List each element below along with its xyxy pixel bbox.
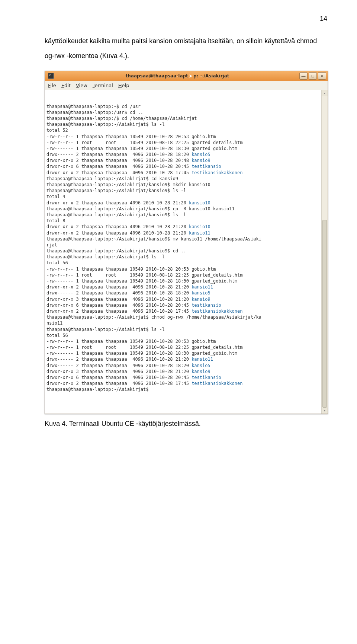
terminal-line: drwxr-xr-x 3 thaapsaa thaapsaa 4096 2010… bbox=[46, 296, 319, 302]
directory-name: kansio10 bbox=[189, 200, 210, 205]
directory-name: testikansiokakkonen bbox=[192, 381, 242, 386]
terminal-line: nsio11 bbox=[46, 320, 319, 326]
directory-name: kansio5 bbox=[192, 363, 210, 368]
terminal-line: -rw------- 1 thaapsaa thaapsaa 10549 201… bbox=[46, 350, 319, 356]
directory-name: kansio9 bbox=[192, 369, 210, 374]
terminal-line: drwxr-xr-x 3 thaapsaa thaapsaa 4096 2010… bbox=[46, 369, 319, 374]
terminal-line: thaapsaa@thaapsaa-laptop:~/Asiakirjat/ka… bbox=[46, 188, 319, 194]
window-app-icon bbox=[46, 73, 55, 79]
directory-name: kansio9 bbox=[192, 297, 210, 302]
directory-name: kansio9 bbox=[192, 158, 210, 163]
terminal-line: drwx------ 2 thaapsaa thaapsaa 4096 2010… bbox=[46, 152, 319, 157]
terminal-line: thaapsaa@thaapsaa-laptop:/usr$ cd .. bbox=[46, 109, 319, 115]
menubar: File Edit View Terminal Help bbox=[45, 81, 328, 90]
terminal-line: drwx------ 2 thaapsaa thaapsaa 4096 2010… bbox=[46, 356, 319, 362]
terminal-line: total 56 bbox=[46, 332, 319, 338]
menu-terminal[interactable]: Terminal bbox=[93, 83, 113, 88]
terminal-line: -rw-r--r-- 1 thaapsaa thaapsaa 10549 201… bbox=[46, 338, 319, 344]
terminal-line: thaapsaa@thaapsaa-laptop:~/Asiakirjat/ka… bbox=[46, 206, 319, 212]
terminal-line: thaapsaa@thaapsaa-laptop:~$ cd /usr bbox=[46, 103, 319, 109]
terminal-line: thaapsaa@thaapsaa-laptop:~/Asiakirjat/ka… bbox=[46, 236, 319, 242]
terminal-line: thaapsaa@thaapsaa-laptop:~/Asiakirjat/ka… bbox=[46, 182, 319, 188]
figure-caption: Kuva 4. Terminaali Ubuntu CE -käyttöjärj… bbox=[45, 420, 327, 428]
scroll-up-arrow[interactable]: ▴ bbox=[322, 90, 328, 96]
terminal-line: drwxr-xr-x 2 thaapsaa thaapsaa 4096 2010… bbox=[46, 284, 319, 290]
terminal-line: thaapsaa@thaapsaa-laptop:~/Asiakirjat$ l… bbox=[46, 326, 319, 332]
terminal-line: drwxr-xr-x 6 thaapsaa thaapsaa 4096 2010… bbox=[46, 163, 319, 169]
terminal-line: drwxr-xr-x 2 thaapsaa thaapsaa 4096 2010… bbox=[46, 230, 319, 236]
directory-name: kansio11 bbox=[192, 357, 213, 362]
terminal-line: -rw-r--r-- 1 thaapsaa thaapsaa 10549 201… bbox=[46, 134, 319, 140]
scroll-thumb[interactable] bbox=[322, 220, 327, 408]
page-number: 14 bbox=[45, 15, 327, 23]
terminal-window: thaapsaa@thaapsaa-lapt➤p: ~/Asiakirjat —… bbox=[45, 71, 328, 414]
terminal-line: drwxr-xr-x 2 thaapsaa thaapsaa 4096 2010… bbox=[46, 308, 319, 314]
directory-name: kansio11 bbox=[189, 230, 210, 236]
terminal-line: -rw-r--r-- 1 thaapsaa thaapsaa 10549 201… bbox=[46, 266, 319, 272]
terminal-line: -rw-r--r-- 1 root root 10549 2010-08-18 … bbox=[46, 344, 319, 350]
terminal-line: drwxr-xr-x 2 thaapsaa thaapsaa 4096 2010… bbox=[46, 200, 319, 206]
directory-name: testikansio bbox=[192, 375, 221, 380]
terminal-line: drwxr-xr-x 2 thaapsaa thaapsaa 4096 2010… bbox=[46, 170, 319, 176]
directory-name: kansio11 bbox=[192, 284, 213, 290]
terminal-line: -rw-r--r-- 1 root root 10549 2010-08-18 … bbox=[46, 272, 319, 278]
terminal-line: thaapsaa@thaapsaa-laptop:~/Asiakirjat$ l… bbox=[46, 254, 319, 260]
scroll-down-arrow[interactable]: ▾ bbox=[322, 408, 328, 414]
directory-name: kansio10 bbox=[189, 224, 210, 229]
directory-name: testikansiokakkonen bbox=[192, 309, 242, 314]
terminal-line: thaapsaa@thaapsaa-laptop:/$ cd /home/tha… bbox=[46, 115, 319, 121]
directory-name: kansio5 bbox=[192, 290, 210, 296]
directory-name: testikansio bbox=[192, 164, 221, 169]
scroll-track[interactable] bbox=[322, 96, 328, 408]
terminal-line: -rw------- 1 thaapsaa thaapsaa 10549 201… bbox=[46, 146, 319, 152]
terminal-line: drwxr-xr-x 2 thaapsaa thaapsaa 4096 2010… bbox=[46, 157, 319, 163]
terminal-line: drwxr-xr-x 2 thaapsaa thaapsaa 4096 2010… bbox=[46, 380, 319, 386]
window-titlebar[interactable]: thaapsaa@thaapsaa-lapt➤p: ~/Asiakirjat —… bbox=[45, 71, 328, 81]
terminal-line: thaapsaa@thaapsaa-laptop:~/Asiakirjat$ c… bbox=[46, 176, 319, 182]
terminal-line: thaapsaa@thaapsaa-laptop:~/Asiakirjat$ c… bbox=[46, 314, 319, 320]
terminal-icon bbox=[48, 73, 54, 79]
terminal-body[interactable]: thaapsaa@thaapsaa-laptop:~$ cd /usrthaap… bbox=[45, 90, 328, 414]
terminal-line: drwx------ 2 thaapsaa thaapsaa 4096 2010… bbox=[46, 290, 319, 296]
terminal-line: thaapsaa@thaapsaa-laptop:~/Asiakirjat/ka… bbox=[46, 248, 319, 254]
close-button[interactable]: × bbox=[318, 72, 326, 80]
terminal-line: drwxr-xr-x 2 thaapsaa thaapsaa 4096 2010… bbox=[46, 224, 319, 230]
terminal-line: rjat bbox=[46, 242, 319, 248]
window-title: thaapsaa@thaapsaa-lapt➤p: ~/Asiakirjat bbox=[55, 73, 299, 79]
directory-name: testikansio bbox=[192, 303, 221, 308]
terminal-line: thaapsaa@thaapsaa-laptop:~/Asiakirjat$ l… bbox=[46, 121, 319, 127]
directory-name: kansio5 bbox=[192, 152, 210, 157]
terminal-line: -rw-r--r-- 1 root root 10549 2010-08-18 … bbox=[46, 140, 319, 146]
maximize-button[interactable]: □ bbox=[309, 72, 317, 80]
directory-name: testikansiokakkonen bbox=[192, 170, 242, 175]
menu-file[interactable]: File bbox=[48, 83, 56, 88]
terminal-line: drwx------ 2 thaapsaa thaapsaa 4096 2010… bbox=[46, 363, 319, 369]
window-title-suffix: p: ~/Asiakirjat bbox=[193, 73, 229, 79]
terminal-line: -rw------- 1 thaapsaa thaapsaa 10549 201… bbox=[46, 278, 319, 284]
terminal-line: total 52 bbox=[46, 127, 319, 133]
terminal-line: total 56 bbox=[46, 260, 319, 266]
minimize-button[interactable]: — bbox=[299, 72, 308, 80]
document-page: 14 käyttöoikeudet kaikilta muilta paitsi… bbox=[0, 0, 357, 450]
terminal-line: thaapsaa@thaapsaa-laptop:~/Asiakirjat$ bbox=[46, 386, 319, 392]
menu-edit[interactable]: Edit bbox=[61, 83, 71, 88]
cursor-icon: ➤ bbox=[189, 73, 193, 79]
body-paragraph: käyttöoikeudet kaikilta muilta paitsi ka… bbox=[45, 34, 327, 63]
terminal-line: drwxr-xr-x 6 thaapsaa thaapsaa 4096 2010… bbox=[46, 302, 319, 308]
terminal-line: total 8 bbox=[46, 218, 319, 224]
menu-help[interactable]: Help bbox=[118, 83, 129, 88]
terminal-line: drwxr-xr-x 6 thaapsaa thaapsaa 4096 2010… bbox=[46, 374, 319, 380]
window-title-prefix: thaapsaa@thaapsaa-lapt bbox=[126, 73, 188, 79]
terminal-line: total 4 bbox=[46, 194, 319, 200]
terminal-line: thaapsaa@thaapsaa-laptop:~/Asiakirjat/ka… bbox=[46, 212, 319, 218]
menu-view[interactable]: View bbox=[76, 83, 87, 88]
scrollbar[interactable]: ▴ ▾ bbox=[321, 90, 328, 414]
